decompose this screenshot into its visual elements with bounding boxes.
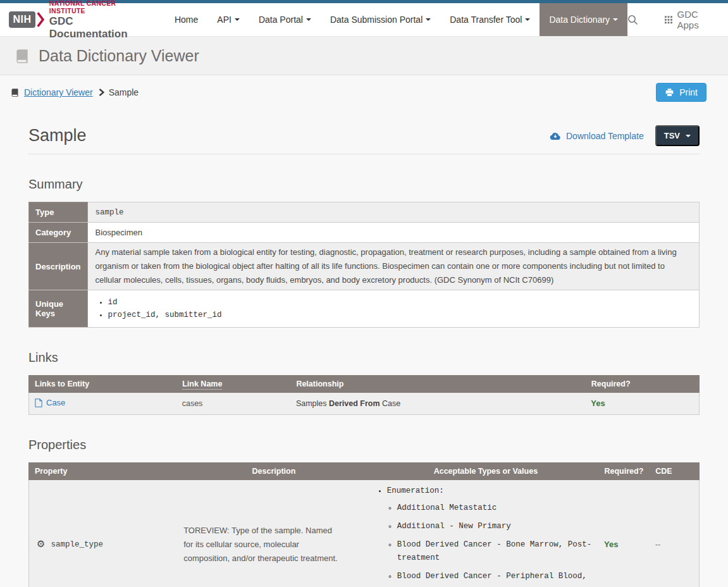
enum-value-item: Additional - New Primary [397, 517, 593, 536]
summary-type-value: sample [87, 202, 699, 223]
cloud-download-icon [550, 132, 561, 140]
table-header-row: Property Description Acceptable Types or… [29, 462, 700, 479]
nav-item-label: API [217, 15, 231, 25]
required-badge: Yes [591, 399, 605, 408]
entity-header: Sample Download Template TSV [28, 110, 700, 154]
main-content: Sample Download Template TSV Summary Typ… [28, 110, 700, 587]
tsv-label: TSV [664, 131, 680, 140]
summary-type-label: Type [29, 202, 88, 223]
summary-unique-keys-label: Unique Keys [29, 290, 88, 328]
col-cde: CDE [650, 462, 700, 479]
chevron-down-icon [306, 18, 311, 21]
links-table: Links to Entity Link Name Relationship R… [28, 375, 700, 415]
col-links-to-entity: Links to Entity [29, 376, 176, 393]
nav-item[interactable]: Data Dictionary [540, 3, 627, 36]
brand-product: GDC Documentation [49, 15, 144, 40]
nav-item-label: Home [175, 15, 198, 25]
col-required: Required? [598, 462, 650, 479]
entity-title: Sample [28, 126, 87, 145]
summary-category-label: Category [29, 223, 88, 243]
chevron-down-icon [235, 18, 240, 21]
table-row: ⚙ sample_type TOREVIEW: Type of the samp… [29, 479, 700, 587]
summary-description-label: Description [29, 243, 88, 290]
property-name: sample_type [51, 540, 103, 549]
nav-item-label: Data Transfer Tool [450, 15, 522, 25]
nav-item[interactable]: API [207, 3, 249, 36]
unique-key-item: project_id, submitter_id [108, 309, 691, 321]
download-template-link[interactable]: Download Template [550, 131, 644, 141]
unique-keys-list: idproject_id, submitter_id [96, 296, 691, 321]
nav-item-label: Data Submission Portal [330, 15, 423, 25]
chevron-right-icon [99, 89, 104, 96]
cde-value: -- [655, 540, 661, 549]
page-title: Data Dictionary Viewer [39, 47, 199, 65]
summary-category-value: Biospecimen [87, 223, 699, 243]
links-heading: Links [28, 350, 700, 365]
enum-value-item: Additional Metastatic [397, 499, 593, 517]
summary-description-value: Any material sample taken from a biologi… [87, 243, 699, 290]
nav-menu: Home API Data Portal Data Submission Por… [165, 3, 627, 36]
breadcrumb-current: Sample [109, 87, 139, 97]
nav-item[interactable]: Home [165, 3, 207, 36]
properties-heading: Properties [28, 438, 700, 452]
values-type-label: Enumeration: [387, 486, 444, 495]
nih-logo: NIH [9, 11, 35, 28]
download-template-label: Download Template [566, 131, 644, 141]
print-button[interactable]: Print [656, 83, 706, 102]
nav-item-label: Data Portal [259, 15, 303, 25]
table-row: Type sample [29, 202, 700, 223]
table-row: Unique Keys idproject_id, submitter_id [29, 290, 700, 328]
nih-logo-text: NIH [13, 14, 32, 25]
table-row: Category Biospecimen [29, 223, 700, 243]
breadcrumb: Dictionary Viewer Sample Print [0, 75, 728, 110]
gdc-apps-label: GDC Apps [677, 9, 714, 30]
case-entity-link[interactable]: Case [35, 398, 65, 407]
col-relationship: Relationship [290, 376, 585, 393]
unique-key-item: id [108, 296, 691, 309]
nav-item[interactable]: Data Portal [249, 3, 321, 36]
required-badge: Yes [604, 540, 618, 549]
nav-item-label: Data Dictionary [549, 15, 610, 25]
link-name-value: cases [176, 393, 290, 415]
col-acceptable-values: Acceptable Types or Values [373, 462, 598, 479]
relationship-value: Samples Derived From Case [290, 393, 585, 415]
properties-table: Property Description Acceptable Types or… [28, 462, 700, 587]
printer-icon [665, 88, 674, 97]
enum-value-item: Blood Derived Cancer - Peripheral Blood, [397, 567, 593, 586]
chevron-down-icon [613, 18, 618, 21]
gear-icon: ⚙ [37, 540, 45, 549]
breadcrumb-root-link[interactable]: Dictionary Viewer [24, 87, 93, 97]
nih-chevron-icon [37, 11, 44, 28]
col-property: Property [29, 462, 175, 479]
brand-institute: NATIONAL CANCER INSTITUTE [49, 0, 144, 15]
table-row: Description Any material sample taken fr… [29, 243, 700, 290]
chevron-down-icon [426, 18, 431, 21]
case-link-label: Case [46, 398, 65, 407]
search-icon[interactable] [627, 15, 638, 25]
enum-value-item: Blood Derived Cancer - Bone Marrow, Post… [397, 536, 593, 567]
nav-item[interactable]: Data Transfer Tool [440, 3, 540, 36]
file-icon [35, 399, 42, 407]
gdc-apps-button[interactable]: GDC Apps [665, 9, 714, 30]
table-header-row: Links to Entity Link Name Relationship R… [29, 376, 700, 393]
page-header: Data Dictionary Viewer [0, 37, 728, 75]
brand-logo[interactable]: NIH NATIONAL CANCER INSTITUTE GDC Docume… [9, 3, 144, 36]
book-icon-small [10, 88, 20, 97]
book-icon [14, 48, 30, 65]
table-row: Case cases Samples Derived From Case Yes [29, 393, 700, 415]
property-description: TOREVIEW: Type of the sample. Named for … [180, 524, 367, 565]
tsv-format-dropdown[interactable]: TSV [655, 125, 700, 146]
col-link-name: Link Name [182, 380, 222, 390]
col-required: Required? [585, 376, 699, 393]
chevron-down-icon [686, 135, 691, 137]
apps-grid-icon [665, 15, 672, 25]
chevron-down-icon [525, 18, 530, 21]
print-label: Print [679, 87, 698, 97]
enum-values-list: Additional MetastaticAdditional - New Pr… [387, 499, 593, 586]
summary-table: Type sample Category Biospecimen Descrip… [28, 202, 700, 328]
summary-heading: Summary [28, 177, 700, 192]
nav-item[interactable]: Data Submission Portal [321, 3, 440, 36]
main-navbar: NIH NATIONAL CANCER INSTITUTE GDC Docume… [0, 3, 728, 37]
col-description: Description [175, 462, 373, 479]
